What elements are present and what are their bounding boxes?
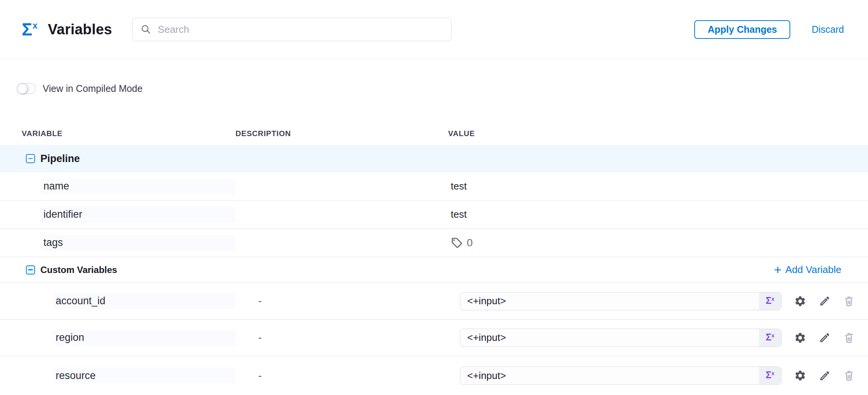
collapse-minus-icon[interactable] [26, 154, 35, 163]
variable-name-chip: resource [53, 368, 235, 384]
runtime-input-field[interactable]: <+input> Σ x [460, 366, 782, 385]
variable-name-chip: region [53, 330, 235, 346]
add-variable-label: Add Variable [785, 264, 841, 276]
variable-name-label: tags [43, 237, 63, 249]
minus-bar [28, 269, 33, 270]
runtime-input-value: <+input> [460, 370, 506, 382]
section-row-pipeline: Pipeline [0, 145, 868, 172]
table-row-tags: tags 0 [0, 229, 868, 257]
value-cell: 0 [448, 237, 789, 249]
column-header-value: VALUE [448, 129, 789, 138]
variable-cell: tags [0, 235, 235, 251]
variable-cell: account_id [0, 293, 235, 309]
value-text: test [451, 180, 467, 192]
settings-gear-icon[interactable] [794, 332, 806, 344]
value-cell: <+input> Σ x [448, 366, 789, 385]
value-cell: <+input> Σ x [448, 329, 789, 347]
runtime-input-type-icon[interactable]: Σ x [759, 367, 781, 384]
pipeline-section-cell: Pipeline [0, 153, 235, 165]
runtime-input-type-icon[interactable]: Σ x [759, 329, 781, 347]
row-actions [789, 332, 868, 344]
sigma-glyph: Σ [22, 21, 32, 38]
table-row-resource: resource - <+input> Σ x [0, 356, 868, 395]
description-cell: - [235, 295, 448, 307]
sigma-glyph: Σ [766, 332, 772, 343]
description-cell: - [235, 370, 448, 382]
variables-panel: Σ x Variables Apply Changes Discard View… [0, 0, 868, 395]
page-title: Variables [48, 21, 112, 38]
search-input[interactable] [158, 24, 444, 35]
value-text: test [451, 209, 467, 220]
variable-name-chip: name [40, 178, 235, 194]
apply-changes-button[interactable]: Apply Changes [694, 20, 790, 39]
section-label-pipeline: Pipeline [40, 153, 80, 165]
custom-section-cell: Custom Variables [26, 265, 117, 275]
edit-pencil-icon[interactable] [819, 370, 831, 382]
variable-cell: resource [0, 368, 235, 384]
runtime-input-type-icon[interactable]: Σ x [759, 292, 781, 310]
variable-name-label: name [43, 180, 69, 192]
column-header-description: DESCRIPTION [235, 129, 448, 138]
runtime-input-value: <+input> [460, 332, 506, 344]
tags-count: 0 [467, 237, 473, 249]
toggle-knob [17, 83, 27, 94]
delete-trash-icon[interactable] [843, 295, 855, 307]
discard-link[interactable]: Discard [812, 24, 844, 35]
variable-cell: region [0, 330, 235, 346]
value-cell: test [448, 180, 789, 192]
settings-gear-icon[interactable] [794, 369, 806, 382]
variable-name-label: account_id [56, 295, 106, 307]
topbar: Σ x Variables Apply Changes Discard [0, 0, 868, 59]
minus-bar [28, 158, 33, 159]
plus-icon: + [774, 263, 782, 276]
value-cell: <+input> Σ x [448, 292, 789, 310]
table-row-account-id: account_id - <+input> Σ x [0, 283, 868, 320]
description-cell: - [235, 332, 448, 344]
section-row-custom-variables: Custom Variables + Add Variable [0, 257, 868, 283]
collapse-minus-icon[interactable] [26, 265, 35, 275]
search-icon [140, 24, 152, 35]
compiled-mode-label: View in Compiled Mode [43, 83, 143, 94]
delete-trash-icon[interactable] [843, 370, 855, 381]
variable-cell: name [0, 178, 235, 194]
column-header-variable: VARIABLE [0, 129, 235, 138]
table-row-region: region - <+input> Σ x [0, 320, 868, 356]
value-cell: test [448, 209, 789, 220]
add-variable-button[interactable]: + Add Variable [774, 264, 841, 276]
runtime-input-field[interactable]: <+input> Σ x [460, 329, 782, 347]
variable-name-label: identifier [43, 209, 82, 220]
pipeline-variables-sigma-icon: Σ x [22, 21, 37, 38]
variable-name-chip: identifier [40, 207, 235, 223]
delete-trash-icon[interactable] [843, 332, 855, 344]
sigma-glyph: Σ [766, 295, 772, 306]
runtime-input-value: <+input> [460, 295, 506, 307]
sigma-sup-glyph: x [772, 332, 775, 339]
table-row-name: name test [0, 172, 868, 201]
sigma-sup-glyph: x [33, 21, 38, 30]
tag-icon [451, 237, 463, 249]
sigma-sup-glyph: x [772, 296, 775, 302]
section-label-custom-variables: Custom Variables [40, 265, 117, 275]
variable-name-chip: account_id [53, 293, 235, 309]
table-header-row: VARIABLE DESCRIPTION VALUE [0, 122, 868, 145]
variable-name-label: region [56, 332, 84, 344]
settings-gear-icon[interactable] [794, 295, 806, 307]
variable-name-chip: tags [40, 235, 235, 251]
compiled-mode-row: View in Compiled Mode [0, 83, 868, 94]
edit-pencil-icon[interactable] [819, 332, 831, 344]
runtime-input-field[interactable]: <+input> Σ x [460, 292, 782, 310]
table-row-identifier: identifier test [0, 201, 868, 229]
sigma-sup-glyph: x [772, 370, 775, 376]
row-actions [789, 295, 868, 307]
variable-cell: identifier [0, 207, 235, 223]
compiled-mode-toggle[interactable] [17, 83, 36, 94]
edit-pencil-icon[interactable] [819, 295, 831, 307]
row-actions [789, 369, 868, 382]
sigma-glyph: Σ [766, 370, 772, 381]
search-box[interactable] [132, 18, 452, 41]
variable-name-label: resource [56, 370, 96, 382]
